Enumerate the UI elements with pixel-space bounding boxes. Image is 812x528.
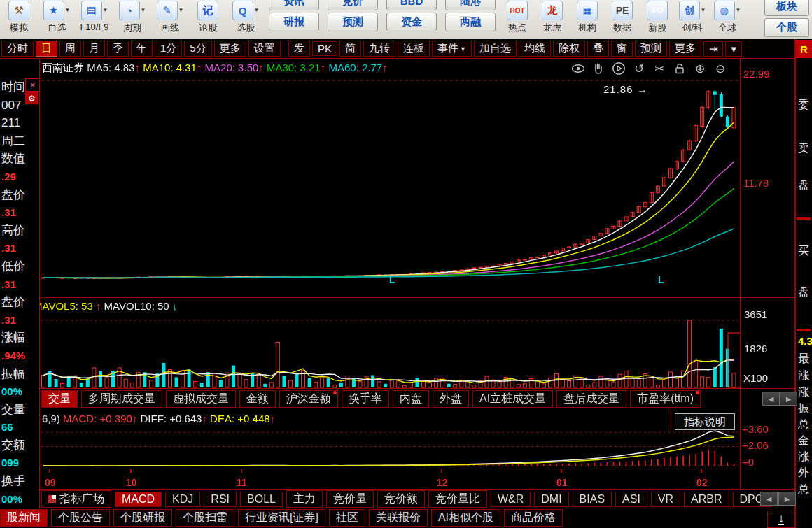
period-tab-1分[interactable]: 1分 [155,41,182,57]
dropdown-arrow-icon[interactable]: ▼ [736,7,741,13]
volume-tab-沪深金额[interactable]: 沪深金额 [279,390,338,408]
period-tab-分时[interactable]: 分时 [1,41,34,57]
news-tab-个股公告[interactable]: 个股公告 [51,509,110,527]
undo-icon[interactable]: ↺ [632,62,646,76]
chart-option-叠[interactable]: 叠 [587,41,609,57]
zoom-in-icon[interactable]: ⊕ [693,62,707,76]
dropdown-arrow-icon[interactable]: ▼ [701,7,706,13]
volume-tab-盘后成交量[interactable]: 盘后成交量 [556,390,626,408]
toolbar-button-两融[interactable]: 两融 [445,13,496,31]
indicator-tab-竞价量比[interactable]: 竞价量比 [428,490,487,508]
indicator-tab-BIAS[interactable]: BIAS [573,492,612,507]
download-button[interactable]: ↓ [767,511,795,528]
indicator-tab-竞价量[interactable]: 竞价量 [326,490,374,508]
chart-option-除权[interactable]: 除权 [553,41,585,57]
period-tab-更多[interactable]: 更多 [214,41,246,57]
hand-icon[interactable] [592,62,606,76]
indicator-tab-VR[interactable]: VR [651,492,680,507]
volume-tab-市盈率(ttm)[interactable]: 市盈率(ttm) [630,390,701,408]
indicator-tab-W&R[interactable]: W&R [491,492,531,507]
eye-icon[interactable] [571,62,585,76]
toolbar-item-机构[interactable]: ▦机构 [570,0,605,34]
toolbar-button-研报[interactable]: 研报 [269,13,319,31]
toolbar-button-资讯[interactable]: 资讯 [269,0,319,10]
volume-tabs-scroll-right[interactable]: ▶ [780,392,797,406]
indicator-tab-KDJ[interactable]: KDJ [165,492,200,507]
chart-option-事件[interactable]: 事件▼ [432,41,472,57]
volume-tab-换手率[interactable]: 换手率 [342,390,389,408]
news-tab-个股研报[interactable]: 个股研报 [113,509,172,527]
toolbar-item-画线[interactable]: ✎▼画线 [151,0,189,34]
toolbar-item-F10/F9[interactable]: ▤▼F10/F9 [76,0,113,32]
toolbar-button-个股[interactable]: 个股 [764,18,809,37]
volume-tab-虚拟成交量[interactable]: 虚拟成交量 [166,390,236,408]
toolbar-item-自选[interactable]: ★▼自选 [38,0,76,34]
news-tab-关联报价[interactable]: 关联报价 [369,509,428,527]
close-icon[interactable]: × [25,78,40,92]
volume-tab-内盘[interactable]: 内盘 [393,390,429,408]
dropdown-arrow-icon[interactable]: ▼ [141,7,146,13]
toolbar-item-模拟[interactable]: ⚒模拟 [0,0,38,34]
lock-icon[interactable] [673,62,687,76]
indicator-tab-指标广场[interactable]: 指标广场 [41,490,111,508]
toolbar-item-新股[interactable]: IPO新股 [640,0,675,34]
indicator-tab-主力[interactable]: 主力 [286,490,323,508]
toolbar-button-资金[interactable]: 资金 [386,13,437,31]
chart-option-发[interactable]: 发 [288,41,310,57]
volume-tab-多周期成交量[interactable]: 多周期成交量 [81,390,162,408]
dropdown-arrow-icon[interactable]: ▼ [65,7,71,13]
toolbar-button-BBD[interactable]: BBD [386,0,437,10]
chart-option-加自选[interactable]: 加自选 [474,41,517,57]
chart-option-PK[interactable]: PK [312,41,337,56]
news-tab-股新闻[interactable]: 股新闻 [0,509,48,527]
indicator-tab-ARBR[interactable]: ARBR [684,492,729,507]
chart-option-九转[interactable]: 九转 [363,41,396,57]
toolbar-item-全球[interactable]: ◍▼全球 [710,0,745,34]
toolbar-item-数据[interactable]: PE数据 [605,0,640,34]
dropdown-arrow-icon[interactable]: ▼ [103,7,108,13]
volume-tab-交量[interactable]: 交量 [41,390,78,408]
gear-icon[interactable]: ⚙ [25,92,38,104]
period-tab-年[interactable]: 年 [131,41,153,57]
toolbar-button-板块[interactable]: 板块 [764,0,809,16]
news-tab-商品价格[interactable]: 商品价格 [504,509,563,527]
news-tab-个股扫雷[interactable]: 个股扫雷 [176,509,234,527]
period-tab-设置[interactable]: 设置 [248,41,281,57]
indicator-tab-ASI[interactable]: ASI [615,492,648,507]
dropdown-arrow-icon[interactable]: ▼ [178,7,184,13]
chart-option-窗[interactable]: 窗 [611,41,633,57]
play-icon[interactable] [612,62,626,76]
chart-option-预测[interactable]: 预测 [635,41,667,57]
toolbar-item-选股[interactable]: Q▼选股 [227,0,265,34]
scissors-icon[interactable]: ✂ [652,62,666,76]
toolbar-item-周期[interactable]: ◔▼周期 [113,0,151,34]
period-tab-月[interactable]: 月 [83,41,105,57]
indicator-tab-BOLL[interactable]: BOLL [240,492,283,507]
chart-option-连板[interactable]: 连板 [398,41,430,57]
period-tab-5分[interactable]: 5分 [184,41,211,57]
news-tab-社区[interactable]: 社区 [329,509,365,527]
news-tab-AI相似个股[interactable]: AI相似个股 [431,509,500,527]
indicator-tabs-scroll-right[interactable]: ▶ [778,492,796,506]
toolbar-item-龙虎[interactable]: 龙龙虎 [535,0,570,34]
toolbar-button-预测[interactable]: 预测 [328,13,378,31]
kline-chart-canvas[interactable] [40,59,740,297]
volume-tabs-scroll-left[interactable]: ◀ [762,392,780,406]
toolbar-item-热点[interactable]: HOT热点 [500,0,535,34]
toolbar-item-创/科[interactable]: 创▼创/科 [675,0,710,34]
dropdown-arrow-icon[interactable]: ▼ [254,7,260,13]
volume-tab-金额[interactable]: 金额 [239,390,276,408]
volume-tab-AI立桩成交量[interactable]: AI立桩成交量 [472,390,553,408]
indicator-tab-竞价额[interactable]: 竞价额 [377,490,425,508]
toolbar-item-论股[interactable]: 记论股 [189,0,227,34]
zoom-out-icon[interactable]: ⊖ [713,62,727,76]
chart-option-更多[interactable]: 更多 [669,41,701,57]
toolbar-button-竞价[interactable]: 竞价 [328,0,378,10]
period-tab-周[interactable]: 周 [59,41,81,57]
volume-tab-外盘[interactable]: 外盘 [433,390,469,408]
indicator-tab-MACD[interactable]: MACD [115,492,162,507]
period-tab-季[interactable]: 季 [107,41,129,57]
chart-option-⇥[interactable]: ⇥ [704,41,724,57]
indicator-help-button[interactable]: 指标说明 [675,413,735,430]
chart-option-简[interactable]: 简 [340,41,361,57]
